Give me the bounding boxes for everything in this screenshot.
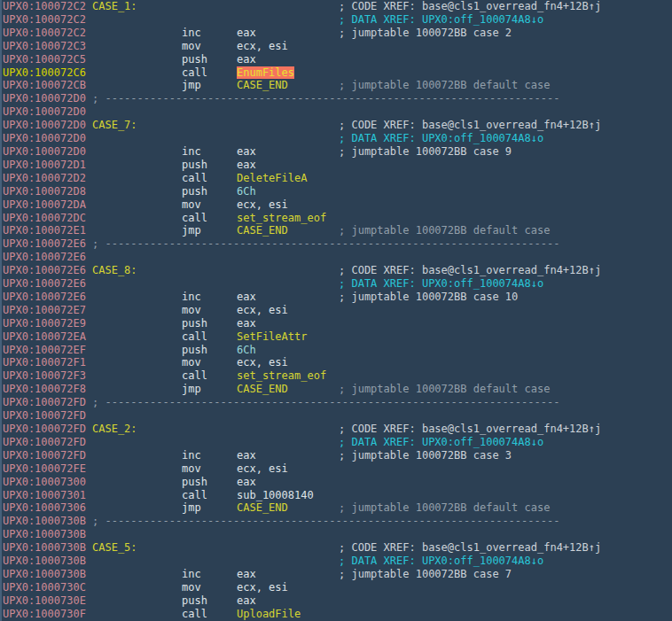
operand[interactable]: ecx, esi [237,356,288,369]
operand[interactable]: ecx, esi [237,581,288,594]
operand[interactable]: UploadFile [237,608,301,621]
operand[interactable]: eax [237,159,256,172]
address[interactable]: UPX0:100072C5 [3,53,86,66]
case-label[interactable]: CASE_8: [92,264,137,277]
operand[interactable]: sub_10008140 [237,489,314,502]
mnemonic[interactable]: push [182,594,207,608]
mnemonic[interactable]: push [182,476,207,489]
operand[interactable]: eax [237,27,256,40]
mnemonic[interactable]: jmp [182,224,201,237]
operand[interactable]: ecx, esi [237,462,288,476]
mnemonic[interactable]: mov [182,356,201,369]
operand[interactable]: eax [237,568,256,581]
address[interactable]: UPX0:100072D0 [3,105,86,119]
operand[interactable]: ecx, esi [237,40,288,53]
address[interactable]: UPX0:100072FE [3,462,86,476]
address[interactable]: UPX0:100072FD [3,396,86,409]
mnemonic[interactable]: mov [182,198,201,212]
mnemonic[interactable]: mov [182,462,201,476]
address[interactable]: UPX0:100072C3 [3,40,86,53]
operand[interactable]: eax [237,317,256,330]
operand[interactable]: eax [237,594,256,608]
address[interactable]: UPX0:100072EF [3,344,86,357]
address[interactable]: UPX0:100072D8 [3,185,86,198]
mnemonic[interactable]: call [182,330,207,344]
address[interactable]: UPX0:1000730C [3,581,86,594]
case-label[interactable]: CASE_1: [92,0,137,13]
operand[interactable]: ecx, esi [237,198,288,212]
case-label[interactable]: CASE_5: [92,541,137,555]
operand[interactable]: 6Ch [237,344,256,357]
address[interactable]: UPX0:100072D0 [3,92,86,105]
address[interactable]: UPX0:100072FD [3,436,86,449]
operand[interactable]: eax [237,291,256,304]
address[interactable]: UPX0:100072E7 [3,304,86,317]
mnemonic[interactable]: inc [182,27,201,40]
address[interactable]: UPX0:10007300 [3,476,86,489]
operand[interactable]: ecx, esi [237,304,288,317]
address[interactable]: UPX0:1000730B [3,515,86,528]
mnemonic[interactable]: push [182,317,207,330]
address[interactable]: UPX0:100072C2 [3,0,86,13]
mnemonic[interactable]: call [182,172,207,185]
mnemonic[interactable]: call [182,369,207,383]
address[interactable]: UPX0:100072F3 [3,369,86,383]
address[interactable]: UPX0:100072E1 [3,224,86,237]
mnemonic[interactable]: call [182,66,207,80]
address[interactable]: UPX0:100072E6 [3,264,86,277]
address[interactable]: UPX0:100072DC [3,212,86,225]
case-label[interactable]: CASE_7: [92,119,137,132]
address[interactable]: UPX0:100072FD [3,449,86,462]
address[interactable]: UPX0:100072E6 [3,237,86,251]
mnemonic[interactable]: inc [182,291,201,304]
address[interactable]: UPX0:1000730B [3,541,86,555]
operand[interactable]: eax [237,476,256,489]
mnemonic[interactable]: mov [182,581,201,594]
mnemonic[interactable]: call [182,608,207,621]
mnemonic[interactable]: jmp [182,383,201,396]
operand[interactable]: SetFileAttr [237,330,307,344]
address[interactable]: UPX0:10007306 [3,501,86,515]
address[interactable]: UPX0:100072E6 [3,277,86,291]
mnemonic[interactable]: push [182,53,207,66]
address[interactable]: UPX0:1000730B [3,568,86,581]
address[interactable]: UPX0:1000730E [3,594,86,608]
address[interactable]: UPX0:100072FD [3,409,86,423]
operand[interactable]: CASE_END [237,383,288,396]
operand[interactable]: 6Ch [237,185,256,198]
address[interactable]: UPX0:100072CB [3,79,86,92]
address[interactable]: UPX0:1000730F [3,608,86,621]
mnemonic[interactable]: inc [182,145,201,159]
address[interactable]: UPX0:100072FD [3,423,86,436]
mnemonic[interactable]: mov [182,304,201,317]
mnemonic[interactable]: push [182,159,207,172]
operand[interactable]: eax [237,449,256,462]
operand[interactable]: CASE_END [237,224,288,237]
mnemonic[interactable]: mov [182,40,201,53]
operand[interactable]: set_stream_eof [237,212,326,225]
address[interactable]: UPX0:100072F1 [3,356,86,369]
address[interactable]: UPX0:100072E6 [3,291,86,304]
mnemonic[interactable]: call [182,212,207,225]
operand[interactable]: DeleteFileA [237,172,307,185]
mnemonic[interactable]: inc [182,449,201,462]
address[interactable]: UPX0:100072DA [3,198,86,212]
address[interactable]: UPX0:100072E9 [3,317,86,330]
operand[interactable]: CASE_END [237,501,288,515]
address-current[interactable]: UPX0:100072C6 [3,66,86,80]
mnemonic[interactable]: push [182,344,207,357]
address[interactable]: UPX0:1000730B [3,528,86,541]
operand[interactable]: CASE_END [237,79,288,92]
address[interactable]: UPX0:100072C2 [3,13,86,27]
mnemonic[interactable]: jmp [182,79,201,92]
address[interactable]: UPX0:100072D2 [3,172,86,185]
operand[interactable]: eax [237,53,256,66]
address[interactable]: UPX0:100072D1 [3,159,86,172]
operand[interactable]: set_stream_eof [237,369,326,383]
address[interactable]: UPX0:100072E6 [3,251,86,264]
mnemonic[interactable]: call [182,489,207,502]
mnemonic[interactable]: jmp [182,501,201,515]
address[interactable]: UPX0:1000730B [3,555,86,568]
address[interactable]: UPX0:100072C2 [3,27,86,40]
case-label[interactable]: CASE_2: [92,423,137,436]
